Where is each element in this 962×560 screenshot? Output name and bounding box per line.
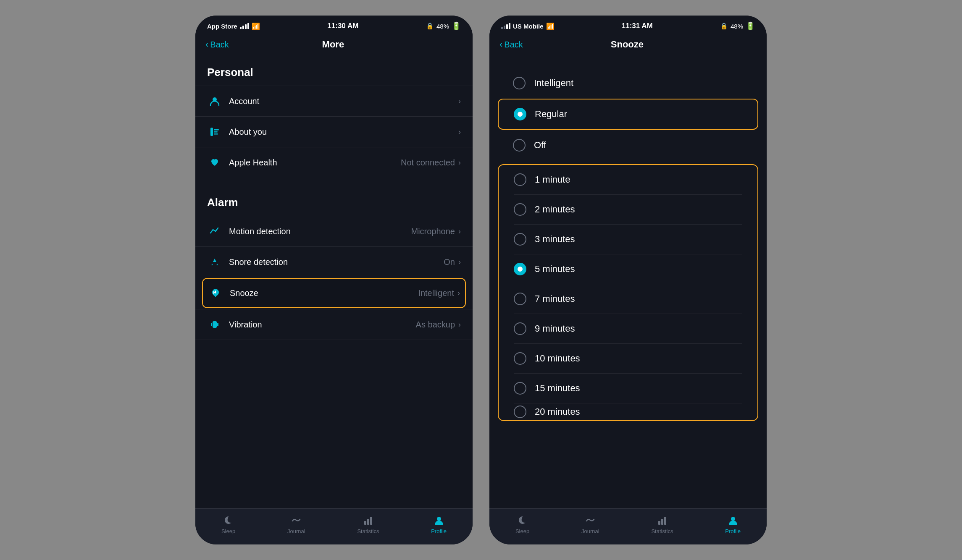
lock-icon: 🔒 bbox=[426, 22, 434, 30]
20min-radio bbox=[514, 406, 526, 418]
top-options-group: Intelligent Regular Off bbox=[498, 68, 758, 160]
about-you-label: About you bbox=[229, 127, 458, 137]
9min-option[interactable]: 9 minutes bbox=[499, 314, 757, 343]
3min-label: 3 minutes bbox=[535, 234, 575, 245]
3min-radio bbox=[514, 233, 526, 246]
apple-health-value: Not connected bbox=[401, 158, 455, 167]
3min-option[interactable]: 3 minutes bbox=[499, 225, 757, 254]
about-you-chevron: › bbox=[458, 128, 461, 136]
right-battery-percent: 48% bbox=[731, 23, 743, 30]
right-tab-statistics[interactable]: Statistics bbox=[643, 513, 681, 536]
9min-label: 9 minutes bbox=[535, 323, 575, 334]
regular-radio bbox=[514, 108, 526, 120]
right-sleep-label: Sleep bbox=[515, 528, 529, 534]
1min-option[interactable]: 1 minute bbox=[499, 165, 757, 194]
5min-option[interactable]: 5 minutes bbox=[499, 254, 757, 284]
intelligent-option[interactable]: Intelligent bbox=[498, 68, 758, 98]
20min-option[interactable]: 20 minutes bbox=[499, 403, 757, 420]
svg-rect-13 bbox=[661, 519, 663, 525]
snooze-value: Intelligent bbox=[418, 288, 454, 298]
back-label: Back bbox=[210, 40, 229, 50]
right-phone: US Mobile 📶 11:31 AM 🔒 48% 🔋 ‹ Back Snoo… bbox=[489, 16, 767, 544]
snore-detection-menu-item[interactable]: Snore detection On › bbox=[195, 246, 473, 277]
9min-radio bbox=[514, 322, 526, 335]
right-nav-title: Snooze bbox=[523, 39, 731, 50]
left-time: 11:30 AM bbox=[327, 22, 358, 30]
right-journal-label: Journal bbox=[581, 528, 599, 534]
svg-point-11 bbox=[437, 517, 441, 521]
left-status-left: App Store 📶 bbox=[207, 22, 260, 30]
about-you-menu-item[interactable]: About you › bbox=[195, 116, 473, 147]
intelligent-radio bbox=[513, 77, 526, 89]
vibration-menu-item[interactable]: Vibration As backup › bbox=[195, 309, 473, 340]
signal-bars bbox=[240, 23, 249, 29]
snore-icon bbox=[207, 254, 222, 270]
right-status-bar: US Mobile 📶 11:31 AM 🔒 48% 🔋 bbox=[489, 16, 767, 35]
off-option[interactable]: Off bbox=[498, 131, 758, 160]
right-tab-journal[interactable]: Journal bbox=[573, 513, 608, 536]
right-tab-sleep[interactable]: Sleep bbox=[507, 513, 538, 536]
profile-icon bbox=[433, 515, 445, 526]
2min-option[interactable]: 2 minutes bbox=[499, 195, 757, 224]
motion-detection-menu-item[interactable]: Motion detection Microphone › bbox=[195, 216, 473, 246]
left-tab-journal[interactable]: Journal bbox=[279, 513, 314, 536]
account-menu-item[interactable]: Account › bbox=[195, 86, 473, 116]
right-journal-icon bbox=[584, 515, 596, 526]
15min-label: 15 minutes bbox=[535, 383, 580, 394]
sleep-icon bbox=[223, 515, 234, 526]
right-wifi-icon: 📶 bbox=[546, 22, 555, 30]
right-back-button[interactable]: ‹ Back bbox=[499, 39, 523, 50]
vibration-value: As backup bbox=[416, 320, 455, 330]
15min-option[interactable]: 15 minutes bbox=[499, 374, 757, 403]
left-tab-sleep[interactable]: Sleep bbox=[213, 513, 244, 536]
right-profile-label: Profile bbox=[725, 528, 741, 534]
right-lock-icon: 🔒 bbox=[720, 22, 728, 30]
svg-rect-4 bbox=[214, 133, 218, 135]
apple-health-menu-item[interactable]: Apple Health Not connected › bbox=[195, 147, 473, 178]
5min-radio bbox=[514, 263, 526, 275]
left-journal-label: Journal bbox=[287, 528, 305, 534]
regular-option-highlighted[interactable]: Regular bbox=[498, 99, 758, 130]
apple-health-label: Apple Health bbox=[229, 158, 401, 167]
left-tab-statistics[interactable]: Statistics bbox=[349, 513, 387, 536]
left-back-button[interactable]: ‹ Back bbox=[205, 39, 229, 50]
about-you-icon bbox=[207, 124, 222, 139]
svg-rect-1 bbox=[210, 128, 213, 136]
left-tab-profile[interactable]: Profile bbox=[423, 513, 455, 536]
svg-rect-10 bbox=[370, 517, 372, 525]
snooze-screen: Intelligent Regular Off bbox=[489, 56, 767, 508]
account-icon bbox=[207, 94, 222, 109]
motion-label: Motion detection bbox=[229, 227, 411, 236]
left-profile-label: Profile bbox=[431, 528, 447, 534]
right-statistics-icon bbox=[656, 515, 668, 526]
motion-icon bbox=[207, 224, 222, 239]
7min-radio bbox=[514, 293, 526, 305]
right-sleep-icon bbox=[517, 515, 528, 526]
snore-chevron: › bbox=[458, 258, 461, 267]
wifi-icon: 📶 bbox=[252, 22, 260, 30]
7min-option[interactable]: 7 minutes bbox=[499, 284, 757, 314]
5min-label: 5 minutes bbox=[535, 264, 575, 275]
right-tab-bar: Sleep Journal Statistics bbox=[489, 508, 767, 544]
back-chevron-icon: ‹ bbox=[205, 39, 208, 50]
right-profile-icon bbox=[727, 515, 739, 526]
7min-label: 7 minutes bbox=[535, 293, 575, 304]
regular-option[interactable]: Regular bbox=[499, 99, 757, 129]
right-tab-profile[interactable]: Profile bbox=[717, 513, 749, 536]
left-phone: App Store 📶 11:30 AM 🔒 48% 🔋 ‹ Back bbox=[195, 16, 473, 544]
10min-option[interactable]: 10 minutes bbox=[499, 344, 757, 373]
right-back-chevron: ‹ bbox=[499, 39, 502, 50]
apple-health-icon bbox=[207, 155, 222, 170]
svg-rect-7 bbox=[217, 323, 218, 326]
right-statistics-label: Statistics bbox=[651, 528, 673, 534]
svg-rect-5 bbox=[213, 321, 217, 328]
left-nav-bar: ‹ Back More bbox=[195, 35, 473, 56]
app-store-label: App Store bbox=[207, 23, 237, 30]
1min-radio bbox=[514, 173, 526, 186]
snooze-menu-item[interactable]: Snooze Intelligent › bbox=[202, 278, 466, 308]
snore-value: On bbox=[444, 257, 455, 267]
duration-group: 1 minute 2 minutes 3 minutes bbox=[498, 164, 758, 421]
battery-icon: 🔋 bbox=[452, 21, 461, 31]
account-label: Account bbox=[229, 97, 458, 106]
vibration-chevron: › bbox=[458, 320, 461, 329]
